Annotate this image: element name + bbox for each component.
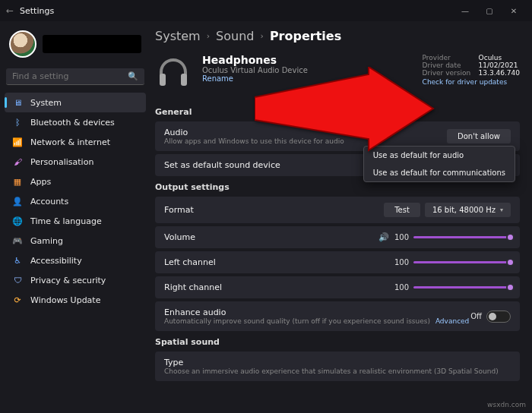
sidebar-item-bluetooth[interactable]: ᛒBluetooth & devices bbox=[5, 112, 146, 132]
right-channel-card: Right channel 100 bbox=[155, 276, 520, 298]
brush-icon: 🖌 bbox=[12, 156, 23, 167]
right-slider[interactable] bbox=[413, 286, 511, 288]
type-label: Type bbox=[164, 358, 499, 367]
window-title: Settings bbox=[20, 6, 54, 16]
enhance-desc: Automatically improve sound quality (tur… bbox=[164, 317, 469, 325]
headphones-icon bbox=[155, 54, 192, 90]
type-card[interactable]: Type Choose an immersive audio experienc… bbox=[155, 352, 520, 381]
nav-label: Gaming bbox=[30, 236, 63, 246]
bluetooth-icon: ᛒ bbox=[12, 117, 23, 128]
sidebar-item-accounts[interactable]: 👤Accounts bbox=[5, 191, 146, 211]
sidebar-item-personalisation[interactable]: 🖌Personalisation bbox=[5, 152, 146, 172]
minimize-button[interactable]: — bbox=[453, 7, 477, 15]
format-card: Format Test 16 bit, 48000 Hz▾ bbox=[155, 197, 520, 223]
type-desc: Choose an immersive audio experience tha… bbox=[164, 367, 499, 375]
breadcrumb: System › Sound › Properties bbox=[155, 26, 520, 51]
gamepad-icon: 🎮 bbox=[12, 235, 23, 246]
left-channel-card: Left channel 100 bbox=[155, 251, 520, 273]
speaker-icon[interactable]: 🔊 bbox=[378, 232, 389, 242]
driver-version-label: Driver version bbox=[423, 69, 471, 77]
right-label: Right channel bbox=[164, 282, 222, 292]
nav-label: Accounts bbox=[30, 197, 68, 206]
enhance-label: Enhance audio bbox=[164, 307, 469, 317]
driver-version-value: 13.3.46.740 bbox=[479, 69, 520, 77]
sidebar: 🔍 🖥System ᛒBluetooth & devices 📶Network … bbox=[0, 21, 150, 413]
crumb-system[interactable]: System bbox=[155, 29, 201, 43]
driver-info: ProviderOculus Driver date11/02/2021 Dri… bbox=[423, 54, 520, 90]
rename-link[interactable]: Rename bbox=[202, 74, 308, 83]
shield-icon: 🛡 bbox=[12, 275, 23, 285]
sidebar-item-accessibility[interactable]: ♿Accessibility bbox=[5, 251, 146, 270]
chevron-down-icon: ▾ bbox=[500, 206, 503, 213]
nav-label: Time & language bbox=[30, 216, 102, 226]
format-label: Format bbox=[164, 205, 194, 215]
audio-label: Audio bbox=[164, 128, 344, 137]
nav-label: Network & internet bbox=[30, 137, 110, 147]
nav-label: Windows Update bbox=[30, 295, 100, 305]
watermark: wsxdn.com bbox=[487, 401, 526, 408]
search-input[interactable] bbox=[12, 71, 128, 81]
volume-slider[interactable] bbox=[413, 236, 511, 238]
nav-label: Privacy & security bbox=[30, 276, 106, 285]
person-icon: 👤 bbox=[12, 196, 23, 206]
test-button[interactable]: Test bbox=[384, 203, 420, 217]
nav-label: System bbox=[30, 98, 62, 108]
right-value: 100 bbox=[394, 283, 409, 292]
nav-list: 🖥System ᛒBluetooth & devices 📶Network & … bbox=[5, 93, 146, 310]
left-slider[interactable] bbox=[413, 261, 511, 263]
close-button[interactable]: ✕ bbox=[502, 7, 526, 15]
driver-provider-value: Oculus bbox=[479, 54, 502, 61]
search-box[interactable]: 🔍 bbox=[6, 68, 144, 85]
default-context-menu: Use as default for audio Use as default … bbox=[363, 146, 515, 182]
nav-label: Personalisation bbox=[30, 157, 93, 167]
title-bar: ← Settings — ▢ ✕ bbox=[0, 0, 532, 21]
section-output: Output settings bbox=[155, 182, 520, 192]
wifi-icon: 📶 bbox=[12, 137, 23, 147]
nav-label: Apps bbox=[30, 177, 51, 187]
apps-icon: ▦ bbox=[12, 176, 23, 187]
update-icon: ⟳ bbox=[12, 295, 23, 305]
system-icon: 🖥 bbox=[12, 97, 23, 108]
driver-date-value: 11/02/2021 bbox=[479, 61, 518, 69]
sidebar-item-update[interactable]: ⟳Windows Update bbox=[5, 290, 146, 310]
back-button[interactable]: ← bbox=[6, 5, 20, 16]
format-value: 16 bit, 48000 Hz bbox=[432, 206, 496, 214]
nav-label: Bluetooth & devices bbox=[30, 118, 115, 128]
advanced-link[interactable]: Advanced bbox=[435, 317, 469, 325]
device-header: Headphones Oculus Virtual Audio Device R… bbox=[155, 51, 520, 101]
left-value: 100 bbox=[394, 258, 409, 266]
device-name: Headphones bbox=[202, 54, 308, 66]
check-updates-link[interactable]: Check for driver updates bbox=[423, 78, 520, 86]
left-label: Left channel bbox=[164, 257, 216, 267]
user-name-redacted bbox=[43, 35, 141, 53]
driver-date-label: Driver date bbox=[423, 61, 471, 69]
enhance-card: Enhance audio Automatically improve soun… bbox=[155, 301, 520, 331]
crumb-sound[interactable]: Sound bbox=[216, 29, 254, 43]
sidebar-item-gaming[interactable]: 🎮Gaming bbox=[5, 231, 146, 251]
dont-allow-button[interactable]: Don't allow bbox=[447, 129, 511, 143]
chevron-right-icon: › bbox=[260, 31, 263, 41]
set-default-label: Set as default sound device bbox=[164, 160, 280, 170]
volume-label: Volume bbox=[164, 232, 195, 242]
sidebar-item-apps[interactable]: ▦Apps bbox=[5, 172, 146, 191]
sidebar-item-time[interactable]: 🌐Time & language bbox=[5, 211, 146, 231]
globe-icon: 🌐 bbox=[12, 216, 23, 226]
avatar bbox=[9, 30, 36, 58]
sidebar-item-network[interactable]: 📶Network & internet bbox=[5, 132, 146, 152]
maximize-button[interactable]: ▢ bbox=[477, 7, 502, 15]
crumb-properties: Properties bbox=[270, 29, 341, 43]
nav-label: Accessibility bbox=[30, 256, 82, 266]
enhance-toggle[interactable] bbox=[486, 311, 511, 323]
format-select[interactable]: 16 bit, 48000 Hz▾ bbox=[425, 203, 511, 217]
menu-default-audio[interactable]: Use as default for audio bbox=[364, 147, 515, 164]
section-spatial: Spatial sound bbox=[155, 337, 520, 347]
volume-card: Volume 🔊 100 bbox=[155, 226, 520, 248]
menu-default-comms[interactable]: Use as default for communications bbox=[364, 164, 515, 181]
enhance-state: Off bbox=[470, 312, 482, 320]
chevron-right-icon: › bbox=[207, 31, 210, 41]
profile-row[interactable] bbox=[5, 27, 146, 65]
search-icon: 🔍 bbox=[128, 71, 138, 81]
section-general: General bbox=[155, 107, 520, 117]
sidebar-item-privacy[interactable]: 🛡Privacy & security bbox=[5, 270, 146, 290]
sidebar-item-system[interactable]: 🖥System bbox=[5, 93, 146, 112]
